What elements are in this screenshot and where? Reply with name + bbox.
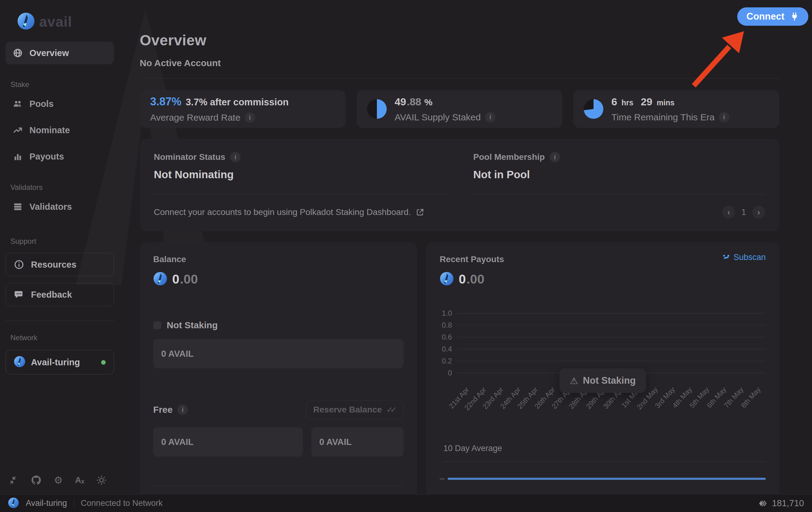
nominator-status-title: Nominator Status <box>154 152 225 162</box>
supply-staked-int: 49 <box>395 96 406 108</box>
bar-chart-icon <box>13 152 23 161</box>
era-minutes-unit: mins <box>657 98 674 107</box>
reserve-balance-button[interactable]: Reserve Balance ✓✓ <box>306 400 404 419</box>
info-icon[interactable]: i <box>245 112 255 123</box>
y-axis-tick: 0.8 <box>440 321 457 330</box>
external-link-icon[interactable] <box>416 208 425 216</box>
connect-button-label: Connect <box>747 11 784 22</box>
reward-rate-note: 3.7% after commission <box>186 97 289 108</box>
payouts-amount-frac: .00 <box>466 272 484 287</box>
ten-day-average-label: 10 Day Average <box>443 444 766 453</box>
nominator-status-value: Not Nominating <box>154 169 446 181</box>
avg-axis-tick <box>440 478 444 480</box>
info-icon[interactable]: i <box>719 112 729 122</box>
sidebar-item-label: Overview <box>29 48 69 58</box>
stats-row: 3.87% 3.7% after commission Average Rewa… <box>140 90 779 128</box>
app-logo-text: avail <box>39 13 72 30</box>
y-axis-tick: 0.2 <box>440 357 457 365</box>
pool-membership-section: Pool Membership i Not in Pool ‹ 1 › <box>473 152 765 221</box>
reward-rate-label: Average Reward Rate <box>150 112 240 123</box>
avg-gridline <box>443 461 766 462</box>
era-hours-unit: hrs <box>621 98 633 107</box>
subscan-icon <box>723 254 730 261</box>
app-logo: avail <box>0 12 119 31</box>
chat-bubble-icon <box>14 290 24 300</box>
info-icon[interactable]: i <box>485 112 495 122</box>
section-support: Support <box>0 237 119 246</box>
nominator-status-section: Nominator Status i Not Nominating Connec… <box>154 152 446 221</box>
theme-sun-icon[interactable] <box>96 475 106 485</box>
era-hours: 6 <box>611 96 617 108</box>
not-staking-overlay: ⚠ Not Staking <box>559 368 646 393</box>
y-axis-tick: 0.6 <box>440 333 457 341</box>
network-name: Avail-turing <box>31 357 96 367</box>
free-label: Free <box>153 404 173 415</box>
sidebar-item-label: Validators <box>29 202 72 212</box>
pagination-page-number: 1 <box>741 207 746 217</box>
collapse-icon[interactable] <box>9 476 19 485</box>
trending-up-icon <box>13 125 23 135</box>
avail-footer-icon <box>8 497 19 510</box>
settings-gear-icon[interactable]: ⚙ <box>54 475 63 485</box>
sidebar-item-nominate[interactable]: Nominate <box>0 119 119 142</box>
sidebar-item-overview[interactable]: Overview <box>5 42 114 64</box>
info-icon[interactable]: i <box>230 152 240 162</box>
info-circle-icon <box>14 259 24 270</box>
pagination-prev-button[interactable]: ‹ <box>722 206 735 219</box>
page-title: Overview <box>140 32 779 49</box>
connect-accounts-hint: Connect your accounts to begin using Pol… <box>154 207 411 217</box>
footer-separator <box>74 499 74 508</box>
y-axis-tick: 0 <box>440 369 457 377</box>
pool-membership-value: Not in Pool <box>473 169 765 181</box>
supply-staked-pie-icon <box>367 99 387 119</box>
not-staking-legend: Not Staking <box>167 320 218 330</box>
header-divider <box>140 78 779 79</box>
free-amount-box: 0 AVAIL <box>153 427 303 457</box>
era-minutes: 29 <box>641 96 652 108</box>
resources-label: Resources <box>31 260 76 270</box>
footer-network-name: Avail-turing <box>26 499 67 508</box>
sidebar-item-validators[interactable]: Validators <box>0 195 119 218</box>
info-icon[interactable]: i <box>177 404 188 415</box>
stat-card-supply-staked: 49 .88 % AVAIL Supply Staked i <box>357 90 562 128</box>
balance-divider <box>153 486 404 486</box>
recent-payouts-card: Recent Payouts Subscan <box>426 242 779 512</box>
resources-button[interactable]: Resources <box>5 253 114 276</box>
era-time-label: Time Remaining This Era <box>611 112 715 122</box>
reserve-balance-label: Reserve Balance <box>313 405 382 415</box>
supply-staked-label: AVAIL Supply Staked <box>395 112 481 122</box>
feedback-label: Feedback <box>31 290 72 300</box>
double-check-icon: ✓✓ <box>386 405 397 415</box>
block-icon <box>758 499 767 508</box>
network-selector[interactable]: Avail-turing <box>5 350 114 374</box>
stat-card-reward-rate: 3.87% 3.7% after commission Average Rewa… <box>140 90 346 128</box>
sidebar-footer-icons: ⚙ Aₓ <box>9 475 106 486</box>
subscan-link-label: Subscan <box>733 253 766 262</box>
connect-button[interactable]: Connect <box>737 7 808 26</box>
payouts-chart: 1.0 0.8 0.6 0.4 0.2 0 ⚠ Not Staking <box>440 307 766 379</box>
sidebar-item-pools[interactable]: Pools <box>0 92 119 115</box>
server-icon <box>13 202 23 212</box>
balance-amount-int: 0 <box>172 272 179 287</box>
github-icon[interactable] <box>31 475 42 486</box>
block-number: 181,710 <box>772 498 804 508</box>
payouts-amount-int: 0 <box>459 272 466 287</box>
users-icon <box>13 99 23 109</box>
y-axis-tick: 1.0 <box>440 309 457 318</box>
era-time-pie-icon <box>584 99 603 119</box>
language-icon[interactable]: Aₓ <box>75 475 84 485</box>
recent-payouts-title: Recent Payouts <box>440 254 504 264</box>
cards-row: Balance 0 .00 Not Staking 0 AVAIL <box>140 242 779 496</box>
feedback-button[interactable]: Feedback <box>5 283 114 306</box>
pagination-next-button[interactable]: › <box>752 206 765 219</box>
avail-token-icon <box>153 272 167 287</box>
subscan-link[interactable]: Subscan <box>723 253 766 262</box>
avail-token-icon <box>440 272 454 287</box>
info-icon[interactable]: i <box>550 152 560 162</box>
staked-amount-box: 0 AVAIL <box>153 339 404 368</box>
sidebar-item-payouts[interactable]: Payouts <box>0 145 119 168</box>
supply-staked-frac: .88 <box>407 96 421 108</box>
section-stake: Stake <box>0 80 119 89</box>
sidebar-item-label: Nominate <box>29 125 70 135</box>
section-network: Network <box>0 333 119 342</box>
